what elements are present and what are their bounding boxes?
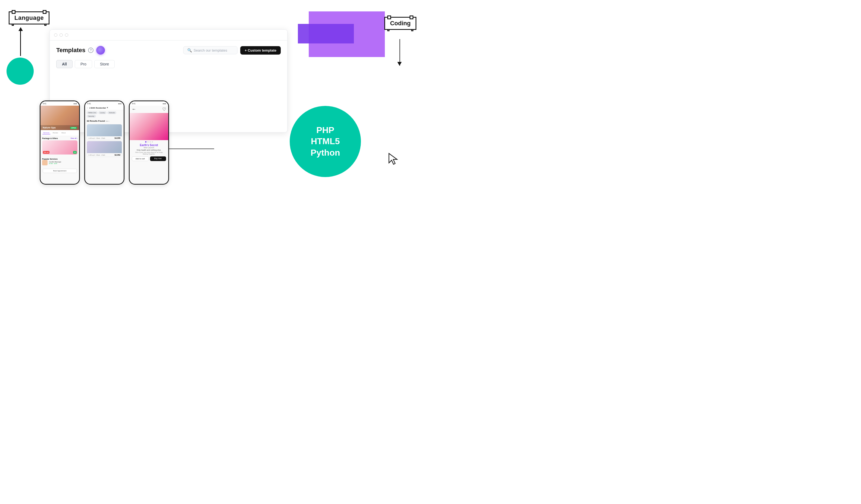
service-image bbox=[42, 160, 47, 165]
tag-schools[interactable]: Schools bbox=[107, 111, 116, 114]
property-card-2: 1,400 sq.ft · 3 Beds · 1 Bath $2,962 bbox=[87, 141, 122, 157]
phone3-product-image bbox=[129, 113, 168, 140]
tech-languages-circle: PHP HTML5 Python bbox=[290, 106, 361, 177]
green-pct-badge: 3.0 bbox=[73, 151, 77, 154]
tab-services[interactable]: Services bbox=[42, 131, 51, 135]
window-dot-3 bbox=[65, 33, 68, 37]
phone-earths-secret: 9:41 ●●● ← ♡ Earth's Secret New Launch O… bbox=[129, 100, 169, 185]
tag-security[interactable]: Security bbox=[87, 115, 96, 117]
search-bar[interactable]: 🔍 Search our templates bbox=[183, 46, 237, 54]
coding-label-text: Coding bbox=[390, 20, 411, 27]
package-offers-label: Package & Offers bbox=[42, 137, 58, 139]
phone3-signal: ●●● bbox=[163, 103, 166, 104]
phone1-tabs: Services Review About bbox=[41, 130, 79, 136]
phone1-hero-image: Nature Spa OPEN bbox=[41, 106, 79, 130]
window-dot-1 bbox=[54, 33, 57, 37]
browser-tabs: All Pro Store bbox=[56, 60, 281, 68]
purple-dot-button[interactable] bbox=[96, 46, 105, 55]
coding-arrow-line bbox=[399, 39, 400, 66]
spa-title: Nature Spa bbox=[43, 126, 56, 129]
tab-about[interactable]: About bbox=[60, 131, 67, 135]
phone2-time: 9:41 bbox=[87, 103, 91, 104]
popular-services-section: Popular Services Candle Massage 60 Min ·… bbox=[41, 157, 79, 168]
product-sub: Oils is your one stop shop for all Soap … bbox=[132, 152, 165, 155]
browser-header-row: Templates ? 🔍 Search our templates + Cus… bbox=[56, 46, 281, 55]
phone3-image-dots bbox=[129, 141, 168, 143]
header-right-group: 🔍 Search our templates + Custom template bbox=[183, 46, 281, 55]
phone-spa: 9:41 ●●● Nature Spa OPEN Services Review… bbox=[40, 100, 80, 185]
phone3-fav[interactable]: ♡ bbox=[162, 107, 166, 112]
phone3-time: 9:41 bbox=[132, 103, 136, 104]
brand-name: Earth's Secret bbox=[132, 144, 165, 146]
prop-price-1: $4,999 bbox=[115, 137, 120, 139]
discount-badge: 25% off bbox=[43, 151, 50, 154]
tab-pro[interactable]: Pro bbox=[75, 60, 92, 68]
phone2-location: ← 2 BHK Residential ✕ bbox=[87, 107, 122, 109]
purple-rect-medium bbox=[298, 24, 354, 43]
property-info-2: 1,400 sq.ft · 3 Beds · 1 Bath $2,962 bbox=[87, 153, 122, 157]
phone1-status-bar: 9:41 ●●● bbox=[41, 101, 79, 106]
browser-content: Templates ? 🔍 Search our templates + Cus… bbox=[50, 40, 287, 74]
window-dot-2 bbox=[59, 33, 63, 37]
tag-within[interactable]: Within 2mi bbox=[87, 111, 98, 114]
language-label-box: Language bbox=[9, 11, 50, 25]
tab-all[interactable]: All bbox=[56, 60, 72, 68]
phone1-time: 9:41 bbox=[43, 103, 46, 104]
add-to-cart-button[interactable]: Add to cart bbox=[132, 156, 149, 161]
language-arrow-line bbox=[20, 29, 21, 56]
popular-services-label: Popular Services bbox=[42, 158, 58, 160]
tech-circle-text: PHP HTML5 Python bbox=[311, 125, 340, 158]
phone1-offers-image: 25% off 3.0 bbox=[42, 140, 78, 155]
phone1-section-header: Package & Offers View all › bbox=[42, 137, 78, 139]
property-info-1: 1,220 sq.ft · 4 Beds · 2 Bath $4,999 bbox=[87, 136, 122, 140]
templates-title: Templates bbox=[56, 47, 85, 54]
browser-title-group: Templates ? bbox=[56, 46, 105, 55]
book-appointment-btn[interactable]: Book Appointment bbox=[41, 168, 79, 174]
popular-services-header: Popular Services bbox=[42, 158, 78, 160]
location-text: 2 BHK Residential bbox=[90, 107, 106, 109]
phone3-action-buttons: Add to cart Buy now bbox=[129, 155, 168, 163]
prop-details-2: 1,400 sq.ft · 3 Beds · 1 Bath bbox=[88, 154, 105, 156]
tab-review[interactable]: Review bbox=[52, 131, 59, 135]
question-icon[interactable]: ? bbox=[88, 47, 94, 53]
phone-real-estate: 9:41 ●●● ← 2 BHK Residential ✕ Within 2m… bbox=[84, 100, 124, 185]
language-label-text: Language bbox=[14, 14, 44, 21]
phone2-status-bar: 9:41 ●●● bbox=[85, 101, 124, 106]
tab-store[interactable]: Store bbox=[94, 60, 115, 68]
service-price: 60 Min · $195 bbox=[49, 163, 61, 164]
cursor-arrow-svg bbox=[387, 152, 401, 166]
view-all-link[interactable]: View all › bbox=[70, 137, 78, 139]
browser-titlebar bbox=[50, 30, 287, 40]
tech-html5: HTML5 bbox=[311, 136, 340, 147]
property-image-1 bbox=[87, 124, 122, 136]
phone3-back[interactable]: ← bbox=[132, 107, 136, 112]
phone2-header: ← 2 BHK Residential ✕ bbox=[85, 106, 124, 110]
product-tagline: Only health and nothing else. bbox=[132, 149, 165, 151]
tech-php: PHP bbox=[311, 125, 340, 136]
custom-template-button[interactable]: + Custom template bbox=[240, 46, 281, 55]
dot-1 bbox=[145, 141, 147, 143]
dot-4 bbox=[152, 141, 153, 143]
tag-luxury[interactable]: Luxury bbox=[98, 111, 107, 114]
service-info: Candle Massage 60 Min · $195 bbox=[49, 161, 61, 164]
launch-label: New Launch bbox=[132, 146, 165, 149]
phone2-signal: ●●● bbox=[118, 103, 122, 104]
phone3-product-info: Earth's Secret New Launch Only health an… bbox=[129, 144, 168, 155]
open-badge: OPEN bbox=[70, 127, 77, 129]
svg-marker-0 bbox=[389, 153, 397, 164]
phone1-signal: ●●● bbox=[73, 103, 77, 104]
buy-now-button[interactable]: Buy now bbox=[150, 156, 166, 161]
phones-row: 9:41 ●●● Nature Spa OPEN Services Review… bbox=[38, 100, 171, 185]
phone1-img-overlay: Nature Spa OPEN bbox=[41, 125, 79, 130]
dot-3 bbox=[150, 141, 151, 143]
phone3-status-bar: 9:41 ●●● bbox=[129, 101, 168, 106]
service-item-candle: Candle Massage 60 Min · $195 bbox=[42, 160, 78, 165]
teal-circle-decoration bbox=[6, 58, 34, 85]
search-icon: 🔍 bbox=[187, 48, 192, 52]
prop-details-1: 1,220 sq.ft · 4 Beds · 2 Bath bbox=[88, 137, 105, 139]
search-placeholder-text: Search our templates bbox=[193, 48, 227, 52]
phone2-results: 32 Results Found Sort ↕ bbox=[85, 119, 124, 123]
prop-price-2: $2,962 bbox=[115, 154, 120, 156]
tech-python: Python bbox=[311, 147, 340, 158]
property-image-2 bbox=[87, 141, 122, 153]
